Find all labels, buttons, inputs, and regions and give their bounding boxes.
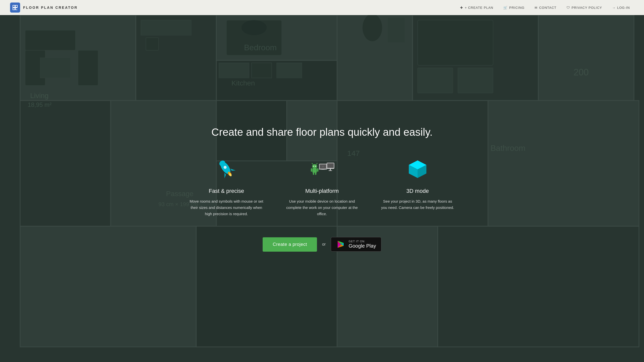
svg-point-57 <box>312 164 317 169</box>
navbar: FLOOR PLAN CREATOR ✚ + CREATE PLAN 🛒 PRI… <box>0 0 644 15</box>
svg-point-62 <box>313 166 314 167</box>
feature-fast-precise-title: Fast & precise <box>209 188 244 194</box>
plus-icon: ✚ <box>460 6 463 10</box>
logo-text: FLOOR PLAN CREATOR <box>23 6 78 10</box>
svg-rect-65 <box>311 168 312 172</box>
svg-point-59 <box>312 163 312 164</box>
login-link[interactable]: → LOG-IN <box>608 4 634 12</box>
create-plan-link[interactable]: ✚ + CREATE PLAN <box>456 4 497 12</box>
feature-multi-platform: 2 <box>284 157 360 217</box>
google-play-store-label: Google Play <box>349 243 376 249</box>
privacy-policy-link[interactable]: 🛡 PRIVACY POLICY <box>562 4 606 12</box>
svg-rect-67 <box>313 172 314 175</box>
rocket-icon-container <box>214 157 239 182</box>
pricing-link[interactable]: 🛒 PRICING <box>499 4 529 12</box>
feature-multi-platform-desc: Use your mobile device on location and c… <box>284 198 360 217</box>
feature-fast-precise: Fast & precise Move rooms and symbols wi… <box>189 157 264 217</box>
svg-rect-64 <box>312 168 317 173</box>
devices-icon: 2 <box>309 158 335 180</box>
svg-rect-1 <box>15 5 17 7</box>
svg-point-61 <box>317 163 317 164</box>
cta-or-label: or <box>322 242 326 247</box>
svg-marker-52 <box>222 173 227 178</box>
google-play-get-label: GET IT ON <box>349 240 365 243</box>
google-play-text: GET IT ON Google Play <box>349 240 376 249</box>
devices-icon-container: 2 <box>309 157 335 182</box>
hero-content: Create and share floor plans quickly and… <box>171 115 473 262</box>
svg-rect-0 <box>13 5 15 7</box>
logo[interactable]: FLOOR PLAN CREATOR <box>10 3 456 13</box>
svg-rect-66 <box>317 168 318 172</box>
feature-3d-mode: 3D mode See your project in 3D, as many … <box>380 157 455 217</box>
signin-icon: → <box>612 6 616 10</box>
rocket-icon <box>215 158 238 180</box>
nav-links: ✚ + CREATE PLAN 🛒 PRICING ✉ CONTACT 🛡 PR… <box>456 4 634 12</box>
envelope-icon: ✉ <box>535 6 538 10</box>
svg-point-63 <box>315 166 316 167</box>
feature-fast-precise-desc: Move rooms and symbols with mouse or set… <box>189 198 264 217</box>
create-project-button[interactable]: Create a project <box>263 237 317 252</box>
google-play-icon <box>336 240 345 249</box>
cube-icon-container <box>405 157 430 182</box>
svg-rect-75 <box>327 163 334 168</box>
feature-3d-mode-desc: See your project in 3D, as many floors a… <box>380 198 455 211</box>
svg-line-58 <box>312 164 313 165</box>
feature-3d-mode-title: 3D mode <box>406 188 429 194</box>
svg-line-60 <box>316 164 317 165</box>
cube-icon <box>406 158 429 180</box>
features-row: Fast & precise Move rooms and symbols wi… <box>176 157 468 217</box>
feature-multi-platform-title: Multi-platform <box>305 188 339 194</box>
svg-rect-2 <box>13 8 15 10</box>
svg-rect-77 <box>329 170 332 171</box>
svg-rect-73 <box>321 169 325 170</box>
svg-marker-53 <box>230 167 235 172</box>
cart-icon: 🛒 <box>503 6 508 10</box>
hero-headline: Create and share floor plans quickly and… <box>176 125 468 139</box>
logo-icon <box>10 3 20 13</box>
google-play-button[interactable]: GET IT ON Google Play <box>331 237 381 252</box>
svg-rect-68 <box>315 172 316 175</box>
shield-icon: 🛡 <box>567 6 570 10</box>
contact-link[interactable]: ✉ CONTACT <box>531 4 560 12</box>
svg-text:2: 2 <box>323 166 324 167</box>
hero-section: Living 18,95 m² Bedroom Kitchen Bathroom… <box>0 0 644 362</box>
cta-row: Create a project or <box>176 237 468 252</box>
